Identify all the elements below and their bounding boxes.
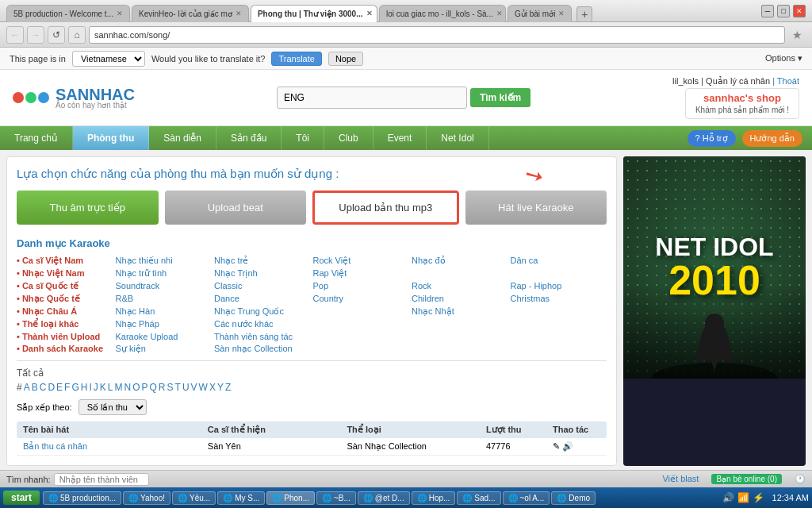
alpha-hash[interactable]: # xyxy=(17,382,22,393)
cat-children[interactable]: Children xyxy=(412,294,508,304)
cat-country[interactable]: Country xyxy=(313,294,410,304)
alpha-A[interactable]: A xyxy=(24,382,30,393)
alpha-Q[interactable]: Q xyxy=(150,382,157,393)
home-button[interactable]: ⌂ xyxy=(68,26,86,44)
language-select[interactable]: Vietnamese xyxy=(72,51,145,67)
alpha-C[interactable]: C xyxy=(40,382,47,393)
cat-nhac-han[interactable]: Nhạc Hàn xyxy=(116,306,213,317)
cat-nhac-viet-nam[interactable]: Nhạc Việt Nam xyxy=(17,268,113,279)
alpha-P[interactable]: P xyxy=(142,382,148,393)
alpha-T[interactable]: T xyxy=(175,382,181,393)
new-tab-button[interactable]: + xyxy=(576,6,592,22)
taskbar-item-1[interactable]: 🌐 Yahoo! xyxy=(123,491,170,505)
cat-rap-hiphop[interactable]: Rap - Hiphop xyxy=(511,281,607,291)
help-button[interactable]: ? Hỗ trợ xyxy=(688,130,736,147)
upload-beat-button[interactable]: Upload beat xyxy=(165,190,307,225)
cat-su-kien[interactable]: Sự kiện xyxy=(116,344,213,354)
upload-mp3-button[interactable]: Upload bản thu mp3 xyxy=(312,190,459,225)
cat-nhac-trung-quoc[interactable]: Nhạc Trung Quốc xyxy=(214,306,311,317)
tab-3-close[interactable]: ✕ xyxy=(366,10,373,17)
alpha-J[interactable]: J xyxy=(94,382,98,393)
close-button[interactable]: ✕ xyxy=(793,5,806,17)
nav-san-dau[interactable]: Sản đầu xyxy=(216,126,282,150)
alpha-W[interactable]: W xyxy=(199,382,208,393)
cat-nhac-tre[interactable]: Nhạc trẻ xyxy=(214,256,311,266)
cat-nhac-trinh[interactable]: Nhạc Trịnh xyxy=(214,268,311,279)
tab-1-close[interactable]: ✕ xyxy=(117,10,123,17)
maximize-button[interactable]: □ xyxy=(777,5,790,17)
address-bar[interactable]: sannhac.com/song/ xyxy=(89,26,785,44)
bookmark-button[interactable]: ★ xyxy=(788,26,806,44)
cat-rap-viet[interactable]: Rap Việt xyxy=(313,268,410,279)
sort-select[interactable]: Số lần thu xyxy=(79,399,147,415)
cat-nhac-phap[interactable]: Nhạc Pháp xyxy=(116,319,213,329)
alpha-L[interactable]: L xyxy=(108,382,113,393)
cat-classic[interactable]: Classic xyxy=(214,281,311,291)
alpha-H[interactable]: H xyxy=(81,382,88,393)
nav-toi[interactable]: Tôi xyxy=(282,126,324,150)
search-input[interactable] xyxy=(277,87,467,109)
refresh-button[interactable]: ↺ xyxy=(48,26,65,44)
cat-dance[interactable]: Dance xyxy=(214,294,311,304)
tab-5[interactable]: Gửi bài mới ✕ xyxy=(508,5,572,22)
live-karaoke-button[interactable]: Hát live Karaoke xyxy=(465,190,607,225)
alpha-N[interactable]: N xyxy=(124,382,131,393)
cat-ca-si-viet-nam[interactable]: Ca sĩ Việt Nam xyxy=(17,256,113,266)
alpha-U[interactable]: U xyxy=(182,382,190,393)
alpha-Z[interactable]: Z xyxy=(225,382,231,393)
alpha-S[interactable]: S xyxy=(167,382,174,393)
taskbar-item-8[interactable]: 🌐 Sad... xyxy=(457,491,500,505)
thu-am-button[interactable]: Thu âm trực tiếp xyxy=(17,190,159,225)
cat-karaoke-upload[interactable]: Karaoke Upload xyxy=(116,332,213,341)
row-actions[interactable]: ✎ 🔊 xyxy=(553,441,600,452)
cat-soundtrack[interactable]: Soundtrack xyxy=(116,281,213,291)
alpha-G[interactable]: G xyxy=(71,382,79,393)
tab-4-close[interactable]: ✕ xyxy=(496,10,503,17)
cat-rb[interactable]: R&B xyxy=(116,294,213,304)
taskbar-item-7[interactable]: 🌐 Hop... xyxy=(412,491,456,505)
user-extra[interactable]: | Thoát xyxy=(772,76,799,86)
tab-1[interactable]: 5B production - Welcome t... ✕ xyxy=(6,5,130,22)
nav-event[interactable]: Event xyxy=(373,126,427,150)
taskbar-item-0[interactable]: 🌐 5B production... xyxy=(43,491,121,505)
tab-3[interactable]: Phong thu | Thư viện 3000... ✕ xyxy=(251,5,377,22)
search-button[interactable]: Tìm kiếm xyxy=(470,88,530,107)
cat-nhac-chau-a[interactable]: Nhạc Châu Á xyxy=(17,306,113,317)
nav-club[interactable]: Club xyxy=(324,126,373,150)
cat-ca-si-quoc-te[interactable]: Ca sĩ Quốc tế xyxy=(17,281,113,291)
cat-nhac-tru-tinh[interactable]: Nhạc trữ tình xyxy=(116,268,213,279)
tab-5-close[interactable]: ✕ xyxy=(558,10,565,17)
cat-nhac-do[interactable]: Nhạc đỏ xyxy=(412,256,508,266)
cat-rock-viet[interactable]: Rock Việt xyxy=(313,256,410,266)
taskbar-item-6[interactable]: 🌐 @et D... xyxy=(358,491,410,505)
friends-online-badge[interactable]: Bạn bè online (0) xyxy=(711,474,782,484)
taskbar-item-3[interactable]: 🌐 My S... xyxy=(217,491,265,505)
quick-search-input[interactable] xyxy=(54,473,149,486)
guide-button[interactable]: Hướng dẫn xyxy=(742,130,802,147)
cat-the-loai-khac[interactable]: Thể loại khác xyxy=(17,319,113,329)
cat-cac-nuoc-khac[interactable]: Các nước khác xyxy=(214,319,311,329)
cat-nhac-thieu-nhi[interactable]: Nhạc thiếu nhi xyxy=(116,256,213,266)
nav-net-idol[interactable]: Net Idol xyxy=(427,126,488,150)
nav-trang-chu[interactable]: Trang chủ xyxy=(0,126,73,150)
cat-danh-sach-karaoke[interactable]: Danh sách Karaoke xyxy=(17,344,113,354)
alpha-M[interactable]: M xyxy=(114,382,122,393)
taskbar-item-2[interactable]: 🌐 Yêu... xyxy=(172,491,216,505)
alpha-B[interactable]: B xyxy=(32,382,38,393)
cat-thanh-vien-sang-tac[interactable]: Thành viên sáng tác xyxy=(214,332,311,341)
alpha-K[interactable]: K xyxy=(100,382,106,393)
alpha-I[interactable]: I xyxy=(89,382,91,393)
alpha-Y[interactable]: Y xyxy=(217,382,224,393)
alpha-F[interactable]: F xyxy=(64,382,70,393)
alpha-D[interactable]: D xyxy=(48,382,55,393)
nope-button[interactable]: Nope xyxy=(328,52,363,66)
taskbar-item-4[interactable]: 🌐 Phon... xyxy=(266,491,315,505)
translate-button[interactable]: Translate xyxy=(271,52,321,66)
cat-dan-ca[interactable]: Dân ca xyxy=(511,256,607,266)
shop-banner[interactable]: sannhac's shop Khám phá sản phẩm mới ! xyxy=(685,88,799,119)
alpha-X[interactable]: X xyxy=(209,382,216,393)
taskbar-item-5[interactable]: 🌐 ~B... xyxy=(316,491,356,505)
cat-rock[interactable]: Rock xyxy=(412,281,508,291)
options-button[interactable]: Options ▾ xyxy=(765,53,802,64)
nav-phong-thu[interactable]: Phòng thu xyxy=(73,126,149,150)
